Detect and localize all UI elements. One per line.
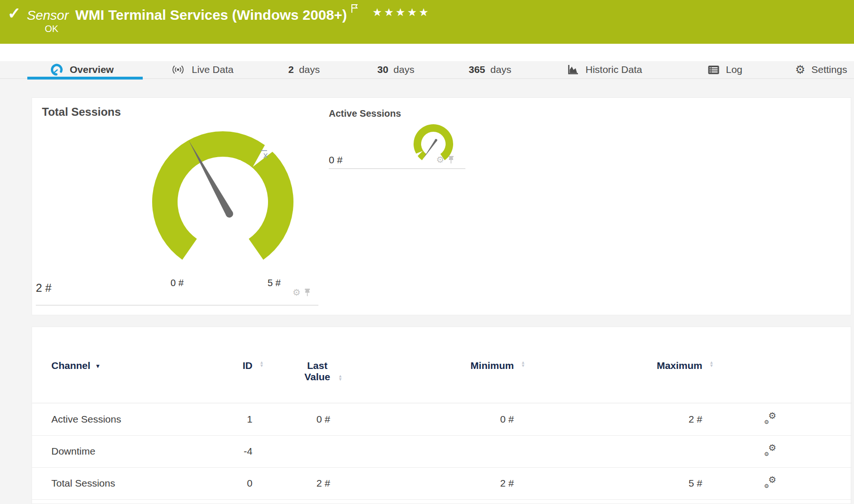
tab-label: Live Data bbox=[192, 64, 234, 75]
pin-icon[interactable] bbox=[448, 156, 454, 164]
gauge-max-label: 5 # bbox=[268, 278, 281, 288]
gauges-panel: Total Sessions x 0 # 5 # 2 # ⚙ Active Se… bbox=[32, 97, 851, 315]
tab-number: 30 bbox=[377, 64, 388, 75]
status-check-icon: ✓ bbox=[8, 4, 21, 23]
sensor-status-banner: ✓ SensorWMI Terminal Services (Windows 2… bbox=[0, 0, 854, 44]
channel-maximum: 5 # bbox=[514, 478, 702, 489]
tab-30-days[interactable]: 30 days bbox=[377, 61, 415, 78]
channel-id: 1 bbox=[201, 414, 252, 425]
tab-settings[interactable]: ⚙ Settings bbox=[795, 61, 847, 78]
column-header-id[interactable]: ID ▲▼ bbox=[201, 360, 252, 383]
channels-panel: Channel▼ ID ▲▼ Last Value ▲▼ Minimum ▲▼ … bbox=[32, 327, 851, 504]
average-marker-label: x bbox=[263, 150, 268, 160]
column-header-maximum[interactable]: Maximum ▲▼ bbox=[514, 360, 702, 383]
channel-name[interactable]: Downtime bbox=[32, 446, 201, 457]
channel-table-header: Channel▼ ID ▲▼ Last Value ▲▼ Minimum ▲▼ … bbox=[32, 360, 852, 383]
total-sessions-value: 2 # bbox=[36, 281, 51, 295]
tab-live-data[interactable]: Live Data bbox=[171, 61, 234, 78]
pin-icon[interactable] bbox=[304, 288, 310, 296]
tab-label: Historic Data bbox=[586, 64, 642, 75]
historic-data-icon bbox=[567, 64, 579, 75]
tab-label: Log bbox=[726, 64, 742, 75]
gauge-min-label: 0 # bbox=[171, 278, 184, 288]
tab-label: days bbox=[393, 64, 414, 75]
tab-bar: Overview Live Data 2 days 30 days 365 da… bbox=[0, 61, 854, 79]
tab-label: Settings bbox=[812, 64, 847, 75]
column-header-last-value[interactable]: Last Value ▲▼ bbox=[252, 360, 330, 383]
tab-log[interactable]: Log bbox=[708, 61, 742, 78]
active-sessions-value: 0 # bbox=[329, 154, 342, 166]
gauge-icon bbox=[51, 64, 64, 76]
table-row-downtime: Downtime -4 ⚙⚙ bbox=[32, 435, 852, 468]
channel-maximum: 2 # bbox=[514, 414, 702, 425]
object-kind-label: Sensor bbox=[27, 8, 69, 23]
live-data-icon bbox=[171, 64, 186, 75]
column-header-channel[interactable]: Channel▼ bbox=[32, 360, 201, 383]
chevron-down-icon[interactable]: ▼ bbox=[95, 363, 101, 369]
channel-id: 0 bbox=[201, 478, 252, 489]
gauge-arc bbox=[414, 124, 453, 160]
gauge-title-total-sessions: Total Sessions bbox=[42, 105, 121, 119]
gear-icon[interactable]: ⚙ bbox=[293, 288, 301, 297]
gauge-controls: ⚙ bbox=[293, 288, 310, 297]
gear-icon: ⚙ bbox=[795, 64, 805, 75]
banner-spacer bbox=[0, 44, 854, 61]
column-header-minimum[interactable]: Minimum ▲▼ bbox=[330, 360, 514, 383]
tab-365-days[interactable]: 365 days bbox=[469, 61, 511, 78]
table-row-total-sessions: Total Sessions 0 2 # 2 # 5 # ⚙⚙ bbox=[32, 467, 852, 500]
flag-icon[interactable] bbox=[351, 4, 358, 13]
gauge-controls: ⚙ bbox=[436, 155, 454, 164]
gauge-block-divider bbox=[36, 305, 318, 305]
log-icon bbox=[708, 65, 720, 75]
channel-name[interactable]: Active Sessions bbox=[32, 414, 201, 425]
channel-minimum: 2 # bbox=[330, 478, 514, 489]
tab-label: Overview bbox=[70, 64, 114, 75]
tab-overview[interactable]: Overview bbox=[51, 61, 114, 78]
gear-icon[interactable]: ⚙ bbox=[436, 155, 444, 164]
table-row-active-sessions: Active Sessions 1 0 # 0 # 2 # ⚙⚙ bbox=[32, 403, 852, 436]
gauge-block-divider bbox=[329, 168, 465, 169]
sensor-title: WMI Terminal Services (Windows 2008+) bbox=[75, 7, 347, 23]
priority-stars[interactable]: ★★★★★ bbox=[373, 6, 431, 19]
channel-settings-gears-icon[interactable]: ⚙⚙ bbox=[764, 476, 776, 488]
channel-settings-gears-icon[interactable]: ⚙⚙ bbox=[764, 412, 776, 424]
tab-label: days bbox=[299, 64, 320, 75]
channel-last-value: 0 # bbox=[252, 414, 330, 425]
channel-id: -4 bbox=[201, 446, 252, 457]
sensor-status-text: OK bbox=[45, 24, 58, 34]
tab-number: 365 bbox=[469, 64, 485, 75]
channel-minimum: 0 # bbox=[330, 414, 514, 425]
tab-label: days bbox=[490, 64, 511, 75]
tab-number: 2 bbox=[288, 64, 294, 75]
channel-name[interactable]: Total Sessions bbox=[32, 478, 201, 489]
gauge-title-active-sessions: Active Sessions bbox=[329, 108, 401, 119]
total-sessions-gauge: x bbox=[143, 124, 303, 265]
channel-settings-gears-icon[interactable]: ⚙⚙ bbox=[764, 444, 776, 456]
channel-last-value: 2 # bbox=[252, 478, 330, 489]
tab-2-days[interactable]: 2 days bbox=[288, 61, 320, 78]
tab-historic-data[interactable]: Historic Data bbox=[567, 61, 642, 78]
